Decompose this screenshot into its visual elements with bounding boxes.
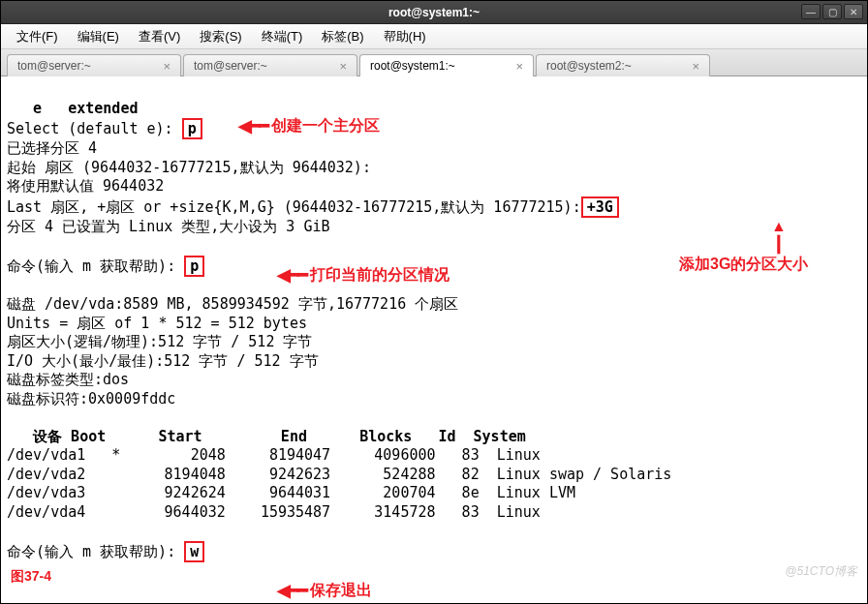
term-line: 扇区大小(逻辑/物理):512 字节 / 512 字节 xyxy=(7,333,312,350)
table-row: /dev/vda3 9242624 9644031 200704 8e Linu… xyxy=(7,484,575,501)
annotation-2: 添加3G的分区大小 xyxy=(679,255,808,275)
menu-search[interactable]: 搜索(S) xyxy=(190,25,251,48)
tab-label: root@system2:~ xyxy=(546,59,632,73)
tab-label: root@system1:~ xyxy=(370,59,455,73)
close-icon[interactable]: × xyxy=(339,60,347,73)
table-row: /dev/vda4 9644032 15935487 3145728 83 Li… xyxy=(7,503,541,521)
input-box-p2: p xyxy=(184,256,204,277)
figure-label: 图37-4 xyxy=(11,568,51,586)
term-line: 将使用默认值 9644032 xyxy=(7,177,164,195)
annotation-3: ◀━━ 打印当前的分区情况 xyxy=(277,264,450,286)
titlebar: root@system1:~ — ▢ ✕ xyxy=(1,1,867,24)
maximize-button[interactable]: ▢ xyxy=(822,4,842,19)
window-controls: — ▢ ✕ xyxy=(801,4,863,19)
arrow-up-icon: ▲┃ xyxy=(771,218,787,254)
term-line: 命令(输入 m 获取帮助): xyxy=(7,257,184,275)
input-box-size: +3G xyxy=(581,196,619,218)
arrow-left-icon: ◀━━ xyxy=(277,580,306,601)
term-line: 磁盘标识符:0x0009fddc xyxy=(7,390,175,408)
term-line: 起始 扇区 (9644032-16777215,默认为 9644032): xyxy=(7,159,371,176)
terminal-output[interactable]: e extended Select (default e): p 已选择分区 4… xyxy=(1,76,867,566)
annotation-text: 添加3G的分区大小 xyxy=(679,255,808,275)
menu-terminal[interactable]: 终端(T) xyxy=(252,25,313,48)
watermark: @51CTO博客 xyxy=(785,563,857,580)
term-line: 磁盘 /dev/vda:8589 MB, 8589934592 字节,16777… xyxy=(7,295,458,313)
annotation-text: 打印当前的分区情况 xyxy=(310,265,450,286)
term-line: Units = 扇区 of 1 * 512 = 512 bytes xyxy=(7,315,307,332)
table-row: /dev/vda2 8194048 9242623 524288 82 Linu… xyxy=(7,466,671,483)
close-button[interactable]: ✕ xyxy=(844,4,863,19)
close-icon[interactable]: × xyxy=(692,60,699,73)
close-icon[interactable]: × xyxy=(163,60,170,73)
term-line: 分区 4 已设置为 Linux 类型,大小设为 3 GiB xyxy=(7,218,330,235)
tab-4[interactable]: root@system2:~× xyxy=(536,54,710,76)
annotation-4: ◀━━ 保存退出 xyxy=(277,580,372,601)
tab-2[interactable]: tom@server:~× xyxy=(183,54,357,76)
term-line: 已选择分区 4 xyxy=(7,139,97,157)
table-row: /dev/vda1 * 2048 8194047 4096000 83 Linu… xyxy=(7,446,541,464)
annotation-text: 创建一个主分区 xyxy=(271,116,380,136)
tab-label: tom@server:~ xyxy=(17,59,91,73)
term-line: 命令(输入 m 获取帮助): xyxy=(7,543,184,560)
input-box-p: p xyxy=(182,118,202,139)
menu-tabs[interactable]: 标签(B) xyxy=(312,25,373,48)
term-line: I/O 大小(最小/最佳):512 字节 / 512 字节 xyxy=(7,352,319,370)
annotation-1: ◀━━ 创建一个主分区 xyxy=(238,115,380,136)
window-title: root@system1:~ xyxy=(388,6,480,19)
tab-3-active[interactable]: root@system1:~× xyxy=(359,54,534,76)
minimize-button[interactable]: — xyxy=(801,4,821,19)
tab-label: tom@server:~ xyxy=(194,59,267,73)
tab-1[interactable]: tom@server:~× xyxy=(7,54,181,76)
term-line: Last 扇区, +扇区 or +size{K,M,G} (9644032-16… xyxy=(7,198,581,216)
arrow-left-icon: ◀━━ xyxy=(238,115,267,136)
menu-view[interactable]: 查看(V) xyxy=(129,25,190,48)
arrow-left-icon: ◀━━ xyxy=(277,264,306,286)
term-line: e extended xyxy=(7,100,138,117)
input-box-w: w xyxy=(184,541,204,562)
close-icon[interactable]: × xyxy=(515,60,523,73)
term-line: Select (default e): xyxy=(7,120,182,137)
tabbar: tom@server:~× tom@server:~× root@system1… xyxy=(1,49,867,76)
menubar: 文件(F) 编辑(E) 查看(V) 搜索(S) 终端(T) 标签(B) 帮助(H… xyxy=(1,24,867,49)
menu-edit[interactable]: 编辑(E) xyxy=(68,25,129,48)
table-header: 设备 Boot Start End Blocks Id System xyxy=(7,428,526,445)
menu-help[interactable]: 帮助(H) xyxy=(374,25,436,48)
annotation-text: 保存退出 xyxy=(310,581,372,601)
menu-file[interactable]: 文件(F) xyxy=(7,25,68,48)
term-line: 磁盘标签类型:dos xyxy=(7,371,129,388)
